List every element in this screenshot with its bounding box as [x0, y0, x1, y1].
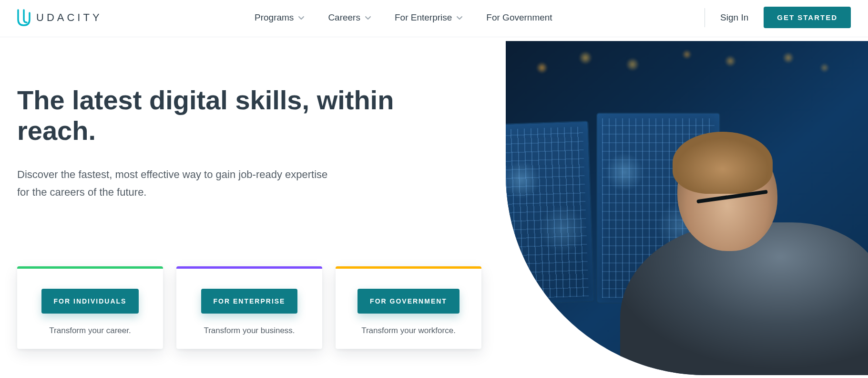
card-caption: Transform your career. — [17, 326, 163, 336]
sign-in-link[interactable]: Sign In — [720, 12, 748, 23]
nav-item-programs[interactable]: Programs — [255, 12, 305, 23]
nav-item-enterprise[interactable]: For Enterprise — [395, 12, 463, 23]
card-accent-bar — [17, 266, 163, 269]
nav-label: Programs — [255, 12, 294, 23]
person-illustration — [620, 127, 868, 375]
for-enterprise-button[interactable]: FOR ENTERPRISE — [201, 289, 298, 314]
nav-item-government[interactable]: For Government — [486, 12, 552, 23]
card-government: FOR GOVERNMENT Transform your workforce. — [336, 266, 481, 349]
hero-title: The latest digital skills, within reach. — [17, 85, 456, 147]
chevron-down-icon — [456, 14, 463, 21]
monitor-illustration — [506, 121, 595, 305]
card-caption: Transform your workforce. — [336, 326, 481, 336]
nav-label: Careers — [328, 12, 360, 23]
hero-image — [506, 41, 868, 375]
nav-item-careers[interactable]: Careers — [328, 12, 372, 23]
hero-copy: The latest digital skills, within reach.… — [17, 85, 456, 201]
logo-link[interactable]: UDACITY — [17, 9, 102, 26]
card-enterprise: FOR ENTERPRISE Transform your business. — [176, 266, 322, 349]
card-individuals: FOR INDIVIDUALS Transform your career. — [17, 266, 163, 349]
card-caption: Transform your business. — [176, 326, 322, 336]
chevron-down-icon — [364, 14, 372, 21]
hero-subtitle: Discover the fastest, most effective way… — [17, 166, 341, 201]
for-individuals-button[interactable]: FOR INDIVIDUALS — [41, 289, 139, 314]
for-government-button[interactable]: FOR GOVERNMENT — [357, 289, 460, 314]
nav-label: For Government — [486, 12, 552, 23]
chevron-down-icon — [297, 14, 305, 21]
card-accent-bar — [336, 266, 481, 269]
udacity-logo-icon — [17, 9, 31, 26]
header-right: Sign In GET STARTED — [705, 7, 851, 28]
hero-section: The latest digital skills, within reach.… — [0, 37, 868, 201]
card-accent-bar — [176, 266, 322, 269]
vertical-divider — [705, 8, 705, 27]
nav-label: For Enterprise — [395, 12, 452, 23]
audience-cards: FOR INDIVIDUALS Transform your career. F… — [17, 266, 481, 349]
logo-text: UDACITY — [36, 11, 102, 24]
primary-nav: Programs Careers For Enterprise For Gove… — [255, 12, 552, 23]
get-started-button[interactable]: GET STARTED — [764, 7, 851, 28]
site-header: UDACITY Programs Careers For Enterprise … — [0, 0, 868, 37]
